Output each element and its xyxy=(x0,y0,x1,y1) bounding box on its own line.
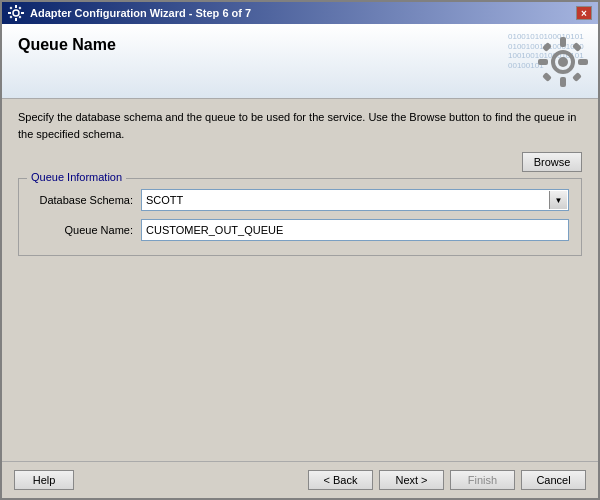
svg-rect-2 xyxy=(15,18,17,21)
database-schema-select-wrapper: SCOTT ▼ xyxy=(141,189,569,211)
footer: Help < Back Next > Finish Cancel xyxy=(2,461,598,498)
cancel-button[interactable]: Cancel xyxy=(521,470,586,490)
svg-rect-16 xyxy=(542,72,552,82)
wizard-icon xyxy=(8,5,24,21)
browse-button[interactable]: Browse xyxy=(522,152,582,172)
title-bar-left: Adapter Configuration Wizard - Step 6 of… xyxy=(8,5,251,21)
wizard-window: Adapter Configuration Wizard - Step 6 of… xyxy=(0,0,600,500)
svg-rect-13 xyxy=(578,59,588,65)
header-graphic: 0100101010001010101001001010001010100100… xyxy=(508,32,588,87)
queue-name-row: Queue Name: xyxy=(31,219,569,241)
svg-rect-10 xyxy=(560,37,566,47)
svg-point-18 xyxy=(558,57,568,67)
page-title: Queue Name xyxy=(18,36,582,54)
back-button[interactable]: < Back xyxy=(308,470,373,490)
database-schema-label: Database Schema: xyxy=(31,194,141,206)
svg-rect-6 xyxy=(19,7,22,10)
description-text: Specify the database schema and the queu… xyxy=(2,99,598,148)
svg-rect-14 xyxy=(542,42,552,52)
queue-information-group: Queue Information Database Schema: SCOTT… xyxy=(18,178,582,256)
header-gear-icon xyxy=(538,37,588,87)
footer-nav-buttons: < Back Next > Finish Cancel xyxy=(308,470,586,490)
title-bar: Adapter Configuration Wizard - Step 6 of… xyxy=(2,2,598,24)
main-content: Specify the database schema and the queu… xyxy=(2,99,598,461)
queue-name-label: Queue Name: xyxy=(31,224,141,236)
header-panel: Queue Name 01001010100010101010010010100… xyxy=(2,24,598,99)
svg-rect-17 xyxy=(572,72,582,82)
group-box-legend: Queue Information xyxy=(27,171,126,183)
next-button[interactable]: Next > xyxy=(379,470,444,490)
svg-rect-12 xyxy=(538,59,548,65)
spacer xyxy=(2,256,598,461)
svg-rect-15 xyxy=(572,42,582,52)
queue-name-input[interactable] xyxy=(141,219,569,241)
svg-rect-3 xyxy=(8,12,11,14)
close-button[interactable]: × xyxy=(576,6,592,20)
finish-button[interactable]: Finish xyxy=(450,470,515,490)
svg-rect-1 xyxy=(15,5,17,8)
database-schema-select[interactable]: SCOTT xyxy=(141,189,569,211)
svg-rect-5 xyxy=(10,7,13,10)
svg-rect-11 xyxy=(560,77,566,87)
window-title: Adapter Configuration Wizard - Step 6 of… xyxy=(30,7,251,19)
help-button[interactable]: Help xyxy=(14,470,74,490)
svg-rect-4 xyxy=(21,12,24,14)
svg-rect-7 xyxy=(10,16,13,19)
svg-point-0 xyxy=(13,10,19,16)
database-schema-row: Database Schema: SCOTT ▼ xyxy=(31,189,569,211)
svg-rect-8 xyxy=(19,16,22,19)
